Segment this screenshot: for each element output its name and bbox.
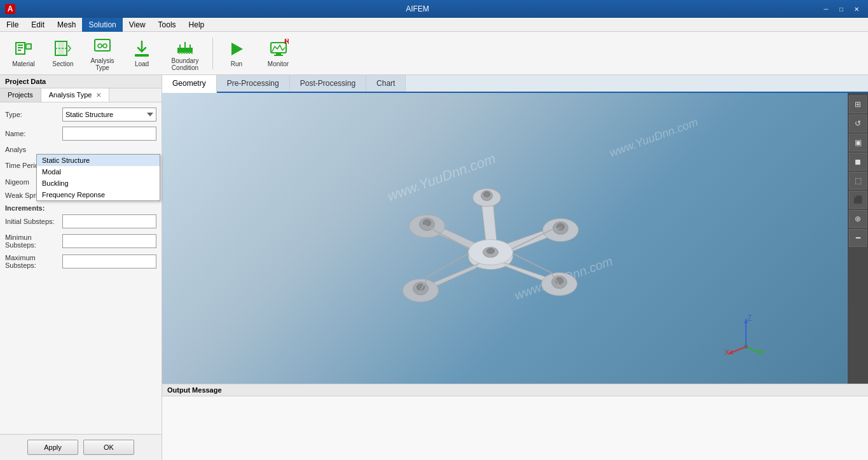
shaded-button[interactable]: ◼ bbox=[849, 153, 867, 171]
wireframe-button[interactable]: ⬚ bbox=[849, 172, 867, 190]
menu-help[interactable]: Help bbox=[183, 18, 211, 32]
run-button[interactable]: Run bbox=[218, 35, 255, 72]
menu-view[interactable]: View bbox=[123, 18, 152, 32]
svg-point-51 bbox=[744, 345, 748, 349]
name-label: Name: bbox=[5, 130, 62, 137]
projects-tab[interactable]: Projects bbox=[0, 88, 41, 102]
3d-model bbox=[348, 129, 634, 347]
app-icon: A bbox=[5, 4, 15, 14]
dropdown-option-frequency[interactable]: Frequency Reponse bbox=[37, 189, 160, 200]
output-content bbox=[162, 396, 868, 401]
svg-rect-21 bbox=[274, 55, 283, 56]
edges-button[interactable]: ⬛ bbox=[849, 191, 867, 209]
main-area: Project Data Projects Analysis Type ✕ Ty… bbox=[0, 75, 868, 460]
material-icon bbox=[13, 39, 34, 59]
geometry-tab[interactable]: Geometry bbox=[162, 75, 217, 93]
name-row: Name: bbox=[5, 127, 156, 141]
left-panel: Project Data Projects Analysis Type ✕ Ty… bbox=[0, 75, 162, 460]
name-input[interactable] bbox=[62, 127, 156, 141]
window-controls: ─ □ ✕ bbox=[820, 4, 863, 14]
svg-rect-20 bbox=[276, 53, 281, 55]
analysis-type-button[interactable]: AnalysisType bbox=[84, 35, 121, 72]
svg-point-9 bbox=[98, 44, 102, 48]
svg-rect-3 bbox=[18, 50, 21, 51]
minimize-button[interactable]: ─ bbox=[820, 4, 832, 14]
type-dropdown[interactable]: Static Structure Modal Buckling Frequenc… bbox=[36, 154, 160, 201]
monitor-label: Monitor bbox=[268, 60, 289, 67]
menu-solution[interactable]: Solution bbox=[82, 18, 122, 32]
svg-point-10 bbox=[103, 44, 107, 48]
axis-indicator: Z X Y bbox=[720, 312, 765, 358]
svg-line-48 bbox=[746, 347, 760, 353]
boundary-condition-button[interactable]: BoundaryCondition bbox=[163, 35, 207, 72]
analysis-type-label: AnalysisType bbox=[90, 57, 114, 71]
chart-tab[interactable]: Chart bbox=[366, 75, 406, 92]
viewport[interactable]: www.YuuDnn.com www.YuuDnn.com www.YuuDnn… bbox=[162, 93, 848, 384]
run-icon bbox=[226, 39, 247, 59]
svg-rect-8 bbox=[95, 39, 110, 51]
analysis-type-tab[interactable]: Analysis Type ✕ bbox=[41, 88, 110, 102]
initial-substeps-input[interactable] bbox=[62, 214, 156, 228]
fit-view-button[interactable]: ⊞ bbox=[849, 95, 867, 113]
ok-button[interactable]: OK bbox=[83, 440, 134, 455]
ruler-button[interactable]: ━ bbox=[849, 229, 867, 247]
maximum-substeps-input[interactable] bbox=[62, 254, 156, 268]
minimum-substeps-row: Minimun Substeps: bbox=[5, 233, 156, 249]
svg-text:Z: Z bbox=[747, 314, 752, 323]
rotate-button[interactable]: ↺ bbox=[849, 115, 867, 132]
boundary-condition-icon bbox=[175, 36, 195, 56]
dropdown-option-modal[interactable]: Modal bbox=[37, 166, 160, 178]
section-label: Section bbox=[52, 60, 73, 67]
svg-point-41 bbox=[487, 248, 495, 253]
minimum-substeps-input[interactable] bbox=[62, 234, 156, 248]
monitor-icon: RMS bbox=[268, 39, 289, 59]
material-button[interactable]: Material bbox=[5, 35, 42, 72]
menu-tools[interactable]: Tools bbox=[152, 18, 183, 32]
bottom-buttons: Apply OK bbox=[0, 434, 162, 460]
svg-rect-1 bbox=[18, 45, 23, 46]
zoom-in-button[interactable]: ⊕ bbox=[849, 210, 867, 228]
analysis-label: Analys bbox=[5, 146, 62, 153]
type-label: Type: bbox=[5, 111, 62, 118]
menu-mesh[interactable]: Mesh bbox=[51, 18, 82, 32]
output-panel: Output Message bbox=[162, 384, 868, 460]
type-row: Type: Static Structure Modal Buckling Fr… bbox=[5, 108, 156, 122]
separator-1 bbox=[212, 38, 213, 69]
maximum-substeps-row: Maximum Substeps: bbox=[5, 254, 156, 269]
maximum-substeps-label: Maximum Substeps: bbox=[5, 254, 62, 269]
section-icon bbox=[53, 39, 73, 59]
run-label: Run bbox=[231, 60, 242, 67]
svg-rect-12 bbox=[135, 54, 149, 57]
front-view-button[interactable]: ▣ bbox=[849, 134, 867, 151]
dropdown-option-static[interactable]: Static Structure bbox=[37, 155, 160, 166]
dropdown-option-buckling[interactable]: Buckling bbox=[37, 178, 160, 189]
right-toolbar: ⊞ ↺ ▣ ◼ ⬚ ⬛ ⊕ ━ bbox=[848, 93, 868, 384]
app-title: AIFEM bbox=[15, 4, 820, 13]
load-icon bbox=[132, 39, 152, 59]
svg-marker-18 bbox=[231, 43, 243, 55]
initial-substeps-row: Initial Substeps: bbox=[5, 214, 156, 228]
load-label: Load bbox=[135, 60, 149, 67]
right-content: Geometry Pre-Processing Post-Processing … bbox=[162, 75, 868, 460]
section-button[interactable]: Section bbox=[45, 35, 81, 72]
view-tabs: Geometry Pre-Processing Post-Processing … bbox=[162, 75, 868, 93]
preprocessing-tab[interactable]: Pre-Processing bbox=[217, 75, 290, 92]
menu-file[interactable]: File bbox=[0, 18, 25, 32]
maximize-button[interactable]: □ bbox=[835, 4, 848, 14]
material-label: Material bbox=[12, 60, 35, 67]
analysis-row: Analys bbox=[5, 146, 156, 153]
close-button[interactable]: ✕ bbox=[850, 4, 863, 14]
type-select[interactable]: Static Structure Modal Buckling Frequenc… bbox=[62, 108, 156, 122]
menu-bar: File Edit Mesh Solution View Tools Help bbox=[0, 18, 868, 32]
postprocessing-tab[interactable]: Post-Processing bbox=[290, 75, 366, 92]
apply-button[interactable]: Apply bbox=[27, 440, 78, 455]
menu-edit[interactable]: Edit bbox=[25, 18, 51, 32]
panel-header: Project Data bbox=[0, 75, 162, 88]
monitor-button[interactable]: RMS Monitor bbox=[258, 35, 299, 72]
load-button[interactable]: Load bbox=[123, 35, 160, 72]
analysis-type-tab-close[interactable]: ✕ bbox=[96, 92, 101, 99]
toolbar: Material Section AnalysisType bbox=[0, 32, 868, 75]
svg-rect-2 bbox=[18, 47, 23, 48]
minimum-substeps-label: Minimun Substeps: bbox=[5, 233, 62, 249]
svg-text:RMS: RMS bbox=[284, 39, 289, 46]
